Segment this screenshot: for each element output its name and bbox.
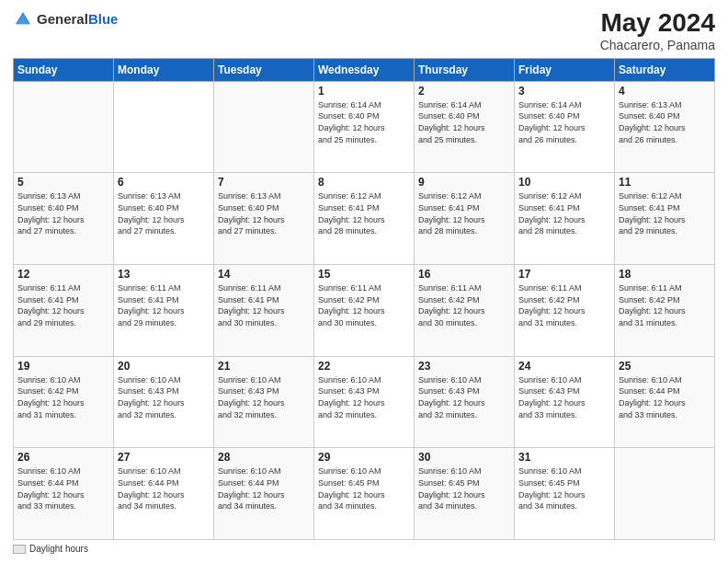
calendar-cell: 3Sunrise: 6:14 AM Sunset: 6:40 PM Daylig…	[515, 81, 615, 173]
legend-box	[13, 545, 26, 554]
calendar-cell: 16Sunrise: 6:11 AM Sunset: 6:42 PM Dayli…	[415, 265, 515, 357]
day-info: Sunrise: 6:11 AM Sunset: 6:41 PM Dayligh…	[218, 282, 310, 328]
calendar-cell: 27Sunrise: 6:10 AM Sunset: 6:44 PM Dayli…	[114, 448, 214, 540]
calendar-cell: 5Sunrise: 6:13 AM Sunset: 6:40 PM Daylig…	[14, 173, 114, 265]
calendar-cell: 31Sunrise: 6:10 AM Sunset: 6:45 PM Dayli…	[515, 448, 615, 540]
day-number: 10	[518, 176, 610, 189]
day-number: 18	[619, 268, 711, 281]
header: GeneralBlue May 2024 Chacarero, Panama	[13, 9, 715, 52]
week-row-1: 1Sunrise: 6:14 AM Sunset: 6:40 PM Daylig…	[14, 81, 715, 173]
calendar-cell: 19Sunrise: 6:10 AM Sunset: 6:42 PM Dayli…	[14, 356, 114, 448]
day-number: 29	[318, 451, 410, 464]
day-info: Sunrise: 6:13 AM Sunset: 6:40 PM Dayligh…	[619, 99, 711, 145]
calendar-cell: 11Sunrise: 6:12 AM Sunset: 6:41 PM Dayli…	[615, 173, 715, 265]
day-number: 21	[218, 360, 310, 373]
calendar-cell	[615, 448, 715, 540]
day-info: Sunrise: 6:12 AM Sunset: 6:41 PM Dayligh…	[518, 190, 610, 236]
calendar-cell: 8Sunrise: 6:12 AM Sunset: 6:41 PM Daylig…	[314, 173, 415, 265]
col-friday: Friday	[515, 58, 615, 81]
day-info: Sunrise: 6:10 AM Sunset: 6:44 PM Dayligh…	[619, 374, 711, 420]
day-number: 25	[619, 360, 711, 373]
calendar-cell: 12Sunrise: 6:11 AM Sunset: 6:41 PM Dayli…	[14, 265, 114, 357]
day-number: 8	[318, 176, 410, 189]
day-info: Sunrise: 6:10 AM Sunset: 6:44 PM Dayligh…	[17, 465, 109, 511]
calendar-cell: 4Sunrise: 6:13 AM Sunset: 6:40 PM Daylig…	[615, 81, 715, 173]
day-info: Sunrise: 6:10 AM Sunset: 6:45 PM Dayligh…	[418, 465, 510, 511]
logo-blue: Blue	[88, 11, 119, 27]
calendar-header-row: Sunday Monday Tuesday Wednesday Thursday…	[14, 58, 715, 81]
day-info: Sunrise: 6:11 AM Sunset: 6:42 PM Dayligh…	[619, 282, 711, 328]
day-info: Sunrise: 6:11 AM Sunset: 6:42 PM Dayligh…	[518, 282, 610, 328]
week-row-3: 12Sunrise: 6:11 AM Sunset: 6:41 PM Dayli…	[14, 265, 715, 357]
calendar-cell: 22Sunrise: 6:10 AM Sunset: 6:43 PM Dayli…	[314, 356, 415, 448]
day-number: 3	[518, 85, 610, 98]
day-info: Sunrise: 6:11 AM Sunset: 6:42 PM Dayligh…	[418, 282, 510, 328]
col-monday: Monday	[114, 58, 214, 81]
location-title: Chacarero, Panama	[600, 38, 715, 52]
day-info: Sunrise: 6:11 AM Sunset: 6:41 PM Dayligh…	[118, 282, 210, 328]
day-info: Sunrise: 6:11 AM Sunset: 6:41 PM Dayligh…	[17, 282, 109, 328]
calendar-cell: 10Sunrise: 6:12 AM Sunset: 6:41 PM Dayli…	[515, 173, 615, 265]
col-wednesday: Wednesday	[314, 58, 415, 81]
calendar-cell: 24Sunrise: 6:10 AM Sunset: 6:43 PM Dayli…	[515, 356, 615, 448]
col-sunday: Sunday	[14, 58, 114, 81]
calendar-cell: 18Sunrise: 6:11 AM Sunset: 6:42 PM Dayli…	[615, 265, 715, 357]
day-info: Sunrise: 6:13 AM Sunset: 6:40 PM Dayligh…	[218, 190, 310, 236]
day-number: 16	[418, 268, 510, 281]
day-number: 4	[619, 85, 711, 98]
logo-text: GeneralBlue	[37, 11, 118, 28]
day-number: 17	[518, 268, 610, 281]
day-number: 2	[418, 85, 510, 98]
day-info: Sunrise: 6:10 AM Sunset: 6:43 PM Dayligh…	[418, 374, 510, 420]
day-info: Sunrise: 6:10 AM Sunset: 6:44 PM Dayligh…	[118, 465, 210, 511]
calendar-cell: 13Sunrise: 6:11 AM Sunset: 6:41 PM Dayli…	[114, 265, 214, 357]
title-block: May 2024 Chacarero, Panama	[600, 9, 715, 52]
col-thursday: Thursday	[415, 58, 515, 81]
day-info: Sunrise: 6:10 AM Sunset: 6:43 PM Dayligh…	[118, 374, 210, 420]
day-info: Sunrise: 6:14 AM Sunset: 6:40 PM Dayligh…	[418, 99, 510, 145]
day-number: 20	[118, 360, 210, 373]
day-number: 15	[318, 268, 410, 281]
logo-icon	[13, 9, 33, 29]
day-number: 7	[218, 176, 310, 189]
calendar-cell	[14, 81, 114, 173]
month-title: May 2024	[600, 9, 715, 38]
calendar-cell: 21Sunrise: 6:10 AM Sunset: 6:43 PM Dayli…	[214, 356, 314, 448]
col-saturday: Saturday	[615, 58, 715, 81]
logo: GeneralBlue	[13, 9, 118, 29]
day-info: Sunrise: 6:12 AM Sunset: 6:41 PM Dayligh…	[418, 190, 510, 236]
day-info: Sunrise: 6:11 AM Sunset: 6:42 PM Dayligh…	[318, 282, 410, 328]
day-number: 23	[418, 360, 510, 373]
logo-general: General	[37, 11, 88, 27]
day-number: 14	[218, 268, 310, 281]
day-info: Sunrise: 6:10 AM Sunset: 6:43 PM Dayligh…	[218, 374, 310, 420]
col-tuesday: Tuesday	[214, 58, 314, 81]
day-info: Sunrise: 6:10 AM Sunset: 6:43 PM Dayligh…	[318, 374, 410, 420]
footer: Daylight hours	[13, 544, 715, 554]
day-info: Sunrise: 6:10 AM Sunset: 6:45 PM Dayligh…	[518, 465, 610, 511]
calendar-cell: 20Sunrise: 6:10 AM Sunset: 6:43 PM Dayli…	[114, 356, 214, 448]
day-info: Sunrise: 6:10 AM Sunset: 6:45 PM Dayligh…	[318, 465, 410, 511]
week-row-5: 26Sunrise: 6:10 AM Sunset: 6:44 PM Dayli…	[14, 448, 715, 540]
calendar-cell	[214, 81, 314, 173]
day-number: 12	[17, 268, 109, 281]
day-info: Sunrise: 6:12 AM Sunset: 6:41 PM Dayligh…	[619, 190, 711, 236]
day-number: 30	[418, 451, 510, 464]
calendar-cell: 30Sunrise: 6:10 AM Sunset: 6:45 PM Dayli…	[415, 448, 515, 540]
day-number: 1	[318, 85, 410, 98]
day-info: Sunrise: 6:12 AM Sunset: 6:41 PM Dayligh…	[318, 190, 410, 236]
day-number: 6	[118, 176, 210, 189]
week-row-4: 19Sunrise: 6:10 AM Sunset: 6:42 PM Dayli…	[14, 356, 715, 448]
day-number: 9	[418, 176, 510, 189]
calendar-cell	[114, 81, 214, 173]
legend-daylight: Daylight hours	[13, 544, 88, 554]
calendar-cell: 28Sunrise: 6:10 AM Sunset: 6:44 PM Dayli…	[214, 448, 314, 540]
calendar-cell: 17Sunrise: 6:11 AM Sunset: 6:42 PM Dayli…	[515, 265, 615, 357]
day-info: Sunrise: 6:10 AM Sunset: 6:43 PM Dayligh…	[518, 374, 610, 420]
calendar-cell: 1Sunrise: 6:14 AM Sunset: 6:40 PM Daylig…	[314, 81, 415, 173]
day-info: Sunrise: 6:13 AM Sunset: 6:40 PM Dayligh…	[118, 190, 210, 236]
day-number: 22	[318, 360, 410, 373]
calendar-cell: 9Sunrise: 6:12 AM Sunset: 6:41 PM Daylig…	[415, 173, 515, 265]
calendar-cell: 2Sunrise: 6:14 AM Sunset: 6:40 PM Daylig…	[415, 81, 515, 173]
day-number: 31	[518, 451, 610, 464]
